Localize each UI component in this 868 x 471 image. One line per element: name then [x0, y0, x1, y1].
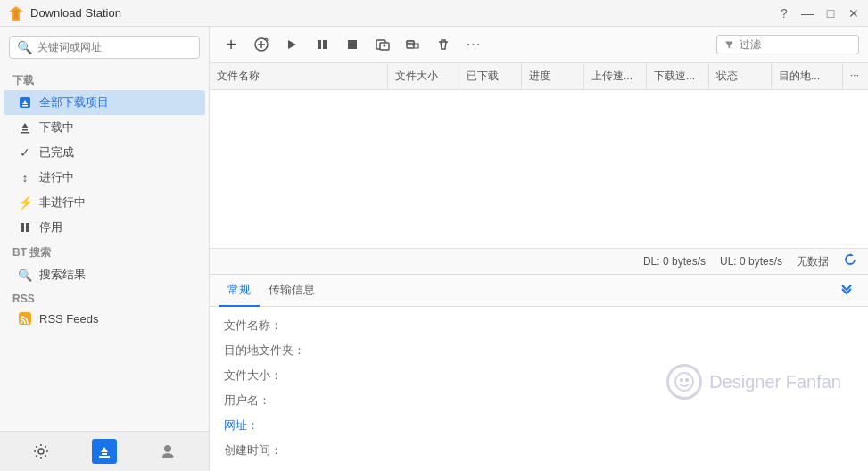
detail-panel: 常规 传输信息 文件名称： 目的地文件夹：: [210, 275, 868, 471]
tab-general[interactable]: 常规: [219, 275, 260, 307]
sidebar-footer: [0, 431, 209, 471]
filter-input[interactable]: [740, 38, 851, 51]
detail-row-username: 用户名：: [224, 392, 854, 409]
table-body-empty: [210, 90, 868, 161]
content-area: +: [210, 27, 868, 471]
refresh-button[interactable]: [843, 252, 857, 270]
sidebar-label-active: 进行中: [39, 169, 74, 186]
rss-icon: [18, 311, 32, 326]
svg-rect-20: [318, 40, 321, 49]
search-input[interactable]: [37, 41, 192, 54]
col-header-more[interactable]: ···: [843, 63, 868, 89]
svg-marker-28: [850, 253, 854, 256]
downloading-icon: [18, 120, 32, 135]
detail-tabs: 常规 传输信息: [210, 275, 868, 307]
svg-point-17: [164, 445, 171, 452]
sidebar-item-active[interactable]: ↕ 进行中: [4, 165, 205, 190]
move-button[interactable]: [370, 32, 395, 57]
settings-button[interactable]: [29, 439, 54, 464]
more-button[interactable]: ···: [461, 32, 486, 57]
svg-rect-9: [26, 223, 29, 232]
dl-speed: DL: 0 bytes/s: [643, 255, 706, 268]
svg-marker-19: [288, 40, 296, 49]
help-button[interactable]: ?: [777, 6, 791, 21]
sidebar-label-rss: RSS Feeds: [39, 312, 98, 326]
sidebar-item-search[interactable]: 🔍 搜索结果: [4, 262, 205, 287]
filter-box[interactable]: [716, 35, 859, 54]
filter-icon: [724, 39, 734, 50]
label-url: 网址：: [224, 417, 313, 434]
detail-row-created: 创建时间：: [224, 442, 854, 459]
svg-rect-16: [99, 456, 110, 458]
sidebar: 🔍 下载 全部下载项目: [0, 27, 210, 471]
all-downloads-icon: [18, 95, 32, 110]
collapse-button[interactable]: [834, 276, 859, 305]
search-icon: 🔍: [17, 40, 32, 54]
svg-point-11: [21, 321, 23, 324]
resume-button[interactable]: [279, 32, 304, 57]
tab-transfer[interactable]: 传输信息: [260, 275, 324, 307]
table-header: 文件名称 文件大小 已下载 进度 上传速... 下载速... 状态 目的地...…: [210, 63, 868, 90]
app-title: Download Station: [30, 6, 777, 20]
user-button[interactable]: [155, 439, 180, 464]
sidebar-item-rss[interactable]: RSS Feeds: [4, 307, 205, 330]
svg-rect-8: [21, 223, 24, 232]
svg-rect-6: [22, 129, 28, 131]
svg-rect-7: [21, 132, 29, 134]
close-button[interactable]: ✕: [847, 6, 861, 21]
sidebar-item-paused[interactable]: 停用: [4, 215, 205, 240]
sidebar-item-all[interactable]: 全部下载项目: [4, 90, 205, 115]
col-header-download: 下载速...: [647, 63, 709, 89]
main-layout: 🔍 下载 全部下载项目: [0, 27, 868, 471]
toolbar: +: [210, 27, 868, 63]
sidebar-item-downloading[interactable]: 下载中: [4, 115, 205, 140]
svg-marker-5: [21, 123, 29, 128]
detail-row-destination: 目的地文件夹：: [224, 343, 854, 359]
delete-button[interactable]: [431, 32, 456, 57]
search-box[interactable]: 🔍: [9, 36, 200, 59]
svg-rect-4: [22, 105, 28, 107]
window-controls: ? — □ ✕: [777, 6, 861, 21]
pause-button[interactable]: [310, 32, 335, 57]
col-header-dest: 目的地...: [772, 63, 843, 89]
svg-rect-26: [407, 41, 414, 44]
stop-button[interactable]: [340, 32, 365, 57]
download-manager-button[interactable]: [92, 439, 117, 464]
sidebar-label-all: 全部下载项目: [39, 95, 109, 111]
col-header-progress: 进度: [522, 63, 584, 89]
minimize-button[interactable]: —: [800, 6, 814, 21]
detail-row-filesize: 文件大小：: [224, 368, 854, 384]
ul-speed: UL: 0 bytes/s: [720, 255, 782, 268]
sidebar-label-inactive: 非进行中: [39, 194, 86, 211]
detail-content: 文件名称： 目的地文件夹： 文件大小： 用户名： 网址：: [210, 307, 868, 471]
add-url-button[interactable]: [249, 32, 274, 57]
paused-icon: [18, 220, 32, 235]
sidebar-section-bt: BT 搜索: [0, 240, 209, 262]
detail-row-filename: 文件名称：: [224, 318, 854, 334]
svg-point-12: [38, 449, 44, 454]
sidebar-section-download: 下载: [0, 68, 209, 90]
no-data-label: 无数据: [797, 254, 829, 269]
status-bar: DL: 0 bytes/s UL: 0 bytes/s 无数据: [210, 249, 868, 275]
sidebar-section-rss: RSS: [0, 287, 209, 307]
inactive-icon: ⚡: [18, 195, 32, 210]
svg-rect-15: [102, 453, 107, 455]
maximize-button[interactable]: □: [823, 6, 838, 21]
col-header-name: 文件名称: [210, 63, 388, 89]
table-area: 文件名称 文件大小 已下载 进度 上传速... 下载速... 状态 目的地...…: [210, 63, 868, 249]
sidebar-item-completed[interactable]: ✓ 已完成: [4, 140, 205, 165]
search-bar: 🔍: [0, 27, 209, 68]
sidebar-item-inactive[interactable]: ⚡ 非进行中: [4, 190, 205, 215]
sidebar-label-search: 搜索结果: [39, 267, 86, 283]
col-header-downloaded: 已下载: [459, 63, 522, 89]
link-button[interactable]: [401, 32, 426, 57]
sidebar-label-paused: 停用: [39, 219, 62, 236]
sidebar-label-downloading: 下载中: [39, 120, 74, 136]
col-header-status: 状态: [709, 63, 772, 89]
add-button[interactable]: +: [219, 32, 244, 57]
label-filesize: 文件大小：: [224, 368, 313, 384]
active-icon: ↕: [18, 170, 32, 185]
app-logo: [7, 4, 25, 22]
label-destination: 目的地文件夹：: [224, 343, 313, 359]
title-bar: Download Station ? — □ ✕: [0, 0, 868, 27]
